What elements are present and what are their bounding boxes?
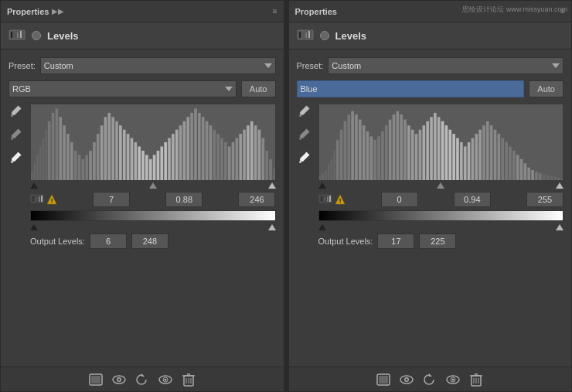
svg-rect-32 xyxy=(104,117,107,180)
eyedropper-black-left[interactable] xyxy=(9,104,24,119)
svg-rect-24 xyxy=(74,151,77,180)
histogram-right xyxy=(318,104,564,181)
levels-title-right: Levels xyxy=(335,30,366,42)
svg-rect-177 xyxy=(561,179,563,180)
mask-icon-right[interactable] xyxy=(376,372,391,387)
svg-rect-174 xyxy=(550,176,553,180)
svg-marker-90 xyxy=(141,373,145,377)
svg-rect-47 xyxy=(160,146,163,180)
input-levels-icon-left xyxy=(30,194,44,205)
output-white-slider-left[interactable] xyxy=(268,224,276,230)
svg-rect-139 xyxy=(418,130,421,180)
svg-rect-14 xyxy=(39,146,41,180)
svg-rect-64 xyxy=(224,142,227,180)
svg-rect-61 xyxy=(213,130,216,180)
svg-rect-57 xyxy=(198,113,201,180)
output-black-value-right[interactable] xyxy=(377,233,414,249)
eye-icon-left[interactable] xyxy=(158,372,173,387)
svg-rect-158 xyxy=(489,125,492,180)
svg-rect-114 xyxy=(327,165,329,180)
input-mid-value-left[interactable] xyxy=(165,192,203,207)
panel-right: Properties ≡ 思绘设计论坛 www.missyuan.com Lev… xyxy=(288,0,573,392)
svg-rect-51 xyxy=(175,130,179,180)
eyedropper-black-right[interactable] xyxy=(297,104,312,119)
panel-left-header: Properties ▶▶ ≡ xyxy=(1,1,284,22)
output-black-slider-left[interactable] xyxy=(30,224,38,230)
input-black-slider-left[interactable] xyxy=(30,182,38,189)
reset-icon-left[interactable] xyxy=(134,372,150,387)
svg-rect-117 xyxy=(335,140,339,180)
input-white-slider-left[interactable] xyxy=(268,182,276,189)
panel-right-title: Properties xyxy=(295,7,337,16)
svg-rect-68 xyxy=(239,134,242,180)
reset-icon-right[interactable] xyxy=(422,372,438,387)
svg-rect-54 xyxy=(186,117,189,180)
input-mid-slider-right[interactable] xyxy=(437,182,444,189)
eyedropper-gray-right[interactable] xyxy=(297,127,312,142)
eyedropper-white-right[interactable] xyxy=(297,150,312,165)
auto-button-left[interactable]: Auto xyxy=(241,80,276,97)
svg-rect-124 xyxy=(362,125,365,180)
svg-rect-186 xyxy=(379,376,388,383)
trash-icon-right[interactable] xyxy=(468,372,484,387)
svg-rect-38 xyxy=(127,134,130,180)
panel-menu-icon[interactable]: ≡ xyxy=(273,7,277,15)
input-mid-slider-left[interactable] xyxy=(149,182,157,189)
svg-point-89 xyxy=(117,378,120,380)
view-icon-left[interactable] xyxy=(111,372,127,387)
visibility-dot-left[interactable] xyxy=(32,31,41,40)
mask-icon-left[interactable] xyxy=(88,372,104,387)
output-black-value-left[interactable] xyxy=(90,233,127,249)
svg-rect-34 xyxy=(111,117,114,180)
output-white-value-left[interactable] xyxy=(131,233,169,249)
channel-select-right[interactable]: Blue xyxy=(297,80,525,97)
input-black-value-right[interactable] xyxy=(381,192,418,207)
svg-rect-145 xyxy=(441,121,444,180)
svg-rect-182 xyxy=(329,196,331,202)
output-black-slider-right[interactable] xyxy=(318,224,326,230)
svg-point-9 xyxy=(11,161,13,163)
output-white-value-right[interactable] xyxy=(419,233,456,249)
svg-rect-168 xyxy=(527,168,530,180)
trash-icon-left[interactable] xyxy=(181,372,196,387)
input-white-value-right[interactable] xyxy=(526,192,563,207)
svg-rect-74 xyxy=(262,138,265,180)
output-label-left: Output Levels: xyxy=(30,237,85,246)
svg-point-7 xyxy=(11,138,13,140)
svg-rect-149 xyxy=(456,138,459,180)
svg-rect-118 xyxy=(339,130,342,180)
input-white-slider-right[interactable] xyxy=(556,182,563,189)
input-black-slider-right[interactable] xyxy=(318,182,326,189)
svg-rect-76 xyxy=(269,159,272,180)
input-black-value-left[interactable] xyxy=(93,192,130,207)
output-white-slider-right[interactable] xyxy=(556,224,563,230)
preset-select-left[interactable]: Custom xyxy=(40,57,276,74)
svg-rect-75 xyxy=(265,151,268,180)
svg-rect-181 xyxy=(327,196,329,202)
svg-rect-141 xyxy=(426,121,429,180)
svg-rect-103 xyxy=(305,32,307,38)
preset-select-right[interactable]: Custom xyxy=(328,57,563,74)
svg-point-109 xyxy=(299,161,301,163)
view-icon-right[interactable] xyxy=(399,372,414,387)
svg-rect-131 xyxy=(388,120,391,180)
svg-rect-58 xyxy=(202,117,205,180)
input-mid-value-right[interactable] xyxy=(454,192,491,207)
svg-rect-172 xyxy=(542,174,545,180)
auto-button-right[interactable]: Auto xyxy=(529,80,563,97)
expand-arrows-icon[interactable]: ▶▶ xyxy=(52,7,64,15)
channel-select-left[interactable]: RGB xyxy=(9,80,237,97)
svg-rect-171 xyxy=(538,173,541,180)
eye-icon-right[interactable] xyxy=(445,372,461,387)
input-white-value-left[interactable] xyxy=(238,192,275,207)
eyedropper-white-left[interactable] xyxy=(9,150,24,165)
eyedropper-gray-left[interactable] xyxy=(9,127,24,142)
svg-rect-165 xyxy=(516,155,519,180)
svg-rect-29 xyxy=(93,142,96,180)
preset-row-left: Preset: Custom xyxy=(9,57,276,74)
bottom-toolbar-right xyxy=(289,366,572,391)
visibility-dot-right[interactable] xyxy=(320,31,329,40)
output-levels-row-left: Output Levels: xyxy=(30,233,276,249)
svg-rect-40 xyxy=(134,142,137,180)
svg-rect-60 xyxy=(209,125,213,180)
